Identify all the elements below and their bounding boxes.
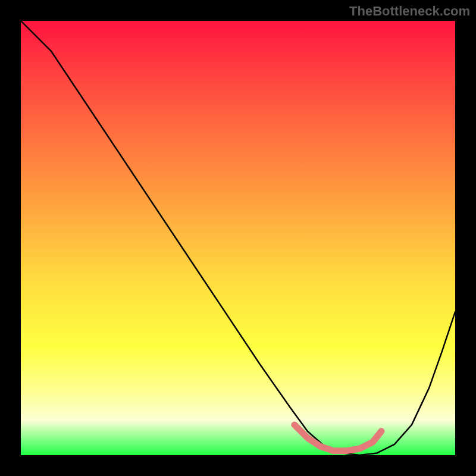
sweet-spot-band xyxy=(295,425,381,451)
watermark-text: TheBottleneck.com xyxy=(349,4,470,19)
chart-frame: TheBottleneck.com xyxy=(0,0,476,476)
bottleneck-curve xyxy=(21,21,455,455)
plot-area xyxy=(21,21,455,455)
chart-svg xyxy=(21,21,455,455)
